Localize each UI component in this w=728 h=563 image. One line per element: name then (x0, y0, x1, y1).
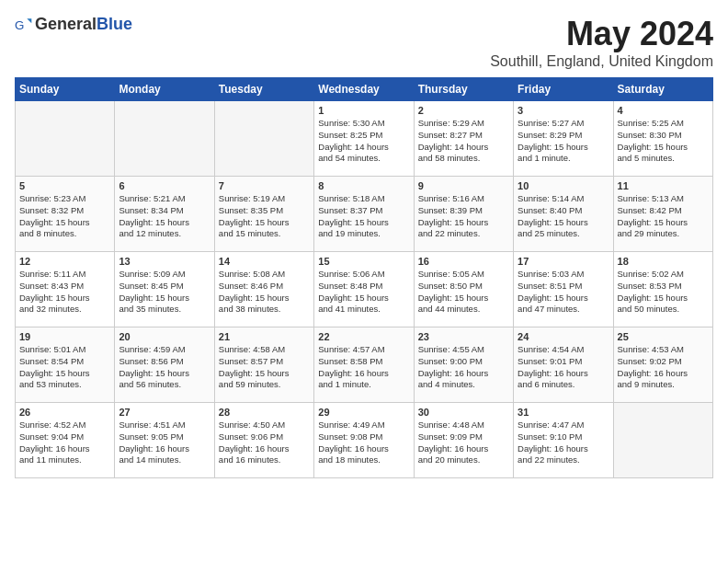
day-info: Sunrise: 4:53 AM Sunset: 9:02 PM Dayligh… (618, 344, 709, 391)
logo-icon: G (15, 16, 33, 34)
calendar-cell: 16Sunrise: 5:05 AM Sunset: 8:50 PM Dayli… (414, 252, 513, 327)
calendar-cell: 5Sunrise: 5:23 AM Sunset: 8:32 PM Daylig… (16, 177, 115, 252)
calendar-cell (115, 101, 214, 177)
day-number: 1 (318, 105, 409, 116)
header-wednesday: Wednesday (314, 78, 414, 101)
day-number: 27 (119, 407, 210, 418)
calendar-cell: 28Sunrise: 4:50 AM Sunset: 9:06 PM Dayli… (214, 403, 313, 478)
day-number: 8 (318, 180, 409, 191)
day-info: Sunrise: 5:25 AM Sunset: 8:30 PM Dayligh… (618, 118, 709, 165)
calendar-cell: 3Sunrise: 5:27 AM Sunset: 8:29 PM Daylig… (514, 101, 613, 177)
day-number: 19 (19, 331, 110, 342)
day-info: Sunrise: 5:02 AM Sunset: 8:53 PM Dayligh… (618, 269, 709, 316)
day-info: Sunrise: 5:23 AM Sunset: 8:32 PM Dayligh… (19, 193, 110, 240)
calendar-cell: 2Sunrise: 5:29 AM Sunset: 8:27 PM Daylig… (414, 101, 513, 177)
day-number: 25 (618, 331, 709, 342)
day-info: Sunrise: 4:52 AM Sunset: 9:04 PM Dayligh… (19, 419, 110, 466)
week-row-3: 12Sunrise: 5:11 AM Sunset: 8:43 PM Dayli… (16, 252, 713, 327)
calendar-cell: 6Sunrise: 5:21 AM Sunset: 8:34 PM Daylig… (115, 177, 214, 252)
calendar-cell: 31Sunrise: 4:47 AM Sunset: 9:10 PM Dayli… (514, 403, 613, 478)
calendar-cell: 7Sunrise: 5:19 AM Sunset: 8:35 PM Daylig… (214, 177, 313, 252)
header-monday: Monday (115, 78, 214, 101)
day-number: 7 (219, 180, 310, 191)
day-info: Sunrise: 5:06 AM Sunset: 8:48 PM Dayligh… (318, 269, 409, 316)
week-row-5: 26Sunrise: 4:52 AM Sunset: 9:04 PM Dayli… (16, 403, 713, 478)
calendar-cell: 20Sunrise: 4:59 AM Sunset: 8:56 PM Dayli… (115, 327, 214, 403)
calendar-cell: 15Sunrise: 5:06 AM Sunset: 8:48 PM Dayli… (314, 252, 414, 327)
svg-text:G: G (15, 18, 24, 32)
day-info: Sunrise: 4:47 AM Sunset: 9:10 PM Dayligh… (518, 419, 609, 466)
calendar-cell: 4Sunrise: 5:25 AM Sunset: 8:30 PM Daylig… (613, 101, 712, 177)
week-row-1: 1Sunrise: 5:30 AM Sunset: 8:25 PM Daylig… (16, 101, 713, 177)
header-thursday: Thursday (414, 78, 513, 101)
calendar-table: SundayMondayTuesdayWednesdayThursdayFrid… (15, 77, 713, 478)
calendar-title: May 2024 (490, 15, 713, 53)
day-number: 12 (19, 256, 110, 267)
calendar-cell: 23Sunrise: 4:55 AM Sunset: 9:00 PM Dayli… (414, 327, 513, 403)
day-info: Sunrise: 5:16 AM Sunset: 8:39 PM Dayligh… (418, 193, 509, 240)
day-number: 16 (418, 256, 509, 267)
calendar-cell (214, 101, 313, 177)
day-number: 29 (318, 407, 409, 418)
day-info: Sunrise: 5:03 AM Sunset: 8:51 PM Dayligh… (518, 269, 609, 316)
svg-marker-1 (27, 18, 31, 23)
day-info: Sunrise: 4:51 AM Sunset: 9:05 PM Dayligh… (119, 419, 210, 466)
logo: G GeneralBlue (15, 15, 132, 34)
calendar-cell: 10Sunrise: 5:14 AM Sunset: 8:40 PM Dayli… (514, 177, 613, 252)
day-number: 3 (518, 105, 609, 116)
day-info: Sunrise: 5:01 AM Sunset: 8:54 PM Dayligh… (19, 344, 110, 391)
calendar-cell: 8Sunrise: 5:18 AM Sunset: 8:37 PM Daylig… (314, 177, 414, 252)
header-saturday: Saturday (613, 78, 712, 101)
calendar-cell: 25Sunrise: 4:53 AM Sunset: 9:02 PM Dayli… (613, 327, 712, 403)
day-info: Sunrise: 5:05 AM Sunset: 8:50 PM Dayligh… (418, 269, 509, 316)
day-number: 24 (518, 331, 609, 342)
calendar-cell: 26Sunrise: 4:52 AM Sunset: 9:04 PM Dayli… (16, 403, 115, 478)
day-info: Sunrise: 5:18 AM Sunset: 8:37 PM Dayligh… (318, 193, 409, 240)
logo-general: General (35, 15, 97, 33)
day-number: 13 (119, 256, 210, 267)
calendar-cell: 17Sunrise: 5:03 AM Sunset: 8:51 PM Dayli… (514, 252, 613, 327)
calendar-cell: 14Sunrise: 5:08 AM Sunset: 8:46 PM Dayli… (214, 252, 313, 327)
week-row-4: 19Sunrise: 5:01 AM Sunset: 8:54 PM Dayli… (16, 327, 713, 403)
calendar-cell: 24Sunrise: 4:54 AM Sunset: 9:01 PM Dayli… (514, 327, 613, 403)
day-number: 11 (618, 180, 709, 191)
day-number: 15 (318, 256, 409, 267)
day-number: 22 (318, 331, 409, 342)
calendar-cell: 9Sunrise: 5:16 AM Sunset: 8:39 PM Daylig… (414, 177, 513, 252)
day-number: 30 (418, 407, 509, 418)
header-tuesday: Tuesday (214, 78, 313, 101)
day-number: 28 (219, 407, 310, 418)
day-info: Sunrise: 4:54 AM Sunset: 9:01 PM Dayligh… (518, 344, 609, 391)
day-info: Sunrise: 5:19 AM Sunset: 8:35 PM Dayligh… (219, 193, 310, 240)
calendar-cell (16, 101, 115, 177)
day-info: Sunrise: 5:14 AM Sunset: 8:40 PM Dayligh… (518, 193, 609, 240)
day-number: 9 (418, 180, 509, 191)
day-info: Sunrise: 4:49 AM Sunset: 9:08 PM Dayligh… (318, 419, 409, 466)
day-info: Sunrise: 5:21 AM Sunset: 8:34 PM Dayligh… (119, 193, 210, 240)
day-info: Sunrise: 4:59 AM Sunset: 8:56 PM Dayligh… (119, 344, 210, 391)
day-info: Sunrise: 5:27 AM Sunset: 8:29 PM Dayligh… (518, 118, 609, 165)
calendar-cell: 13Sunrise: 5:09 AM Sunset: 8:45 PM Dayli… (115, 252, 214, 327)
day-info: Sunrise: 5:30 AM Sunset: 8:25 PM Dayligh… (318, 118, 409, 165)
day-info: Sunrise: 4:48 AM Sunset: 9:09 PM Dayligh… (418, 419, 509, 466)
day-info: Sunrise: 5:11 AM Sunset: 8:43 PM Dayligh… (19, 269, 110, 316)
logo-blue: Blue (97, 15, 132, 33)
day-number: 5 (19, 180, 110, 191)
header-sunday: Sunday (16, 78, 115, 101)
day-number: 18 (618, 256, 709, 267)
day-info: Sunrise: 5:13 AM Sunset: 8:42 PM Dayligh… (618, 193, 709, 240)
day-number: 20 (119, 331, 210, 342)
day-info: Sunrise: 5:09 AM Sunset: 8:45 PM Dayligh… (119, 269, 210, 316)
calendar-cell: 27Sunrise: 4:51 AM Sunset: 9:05 PM Dayli… (115, 403, 214, 478)
day-info: Sunrise: 4:57 AM Sunset: 8:58 PM Dayligh… (318, 344, 409, 391)
day-number: 14 (219, 256, 310, 267)
day-number: 2 (418, 105, 509, 116)
day-number: 21 (219, 331, 310, 342)
calendar-cell: 30Sunrise: 4:48 AM Sunset: 9:09 PM Dayli… (414, 403, 513, 478)
calendar-cell: 18Sunrise: 5:02 AM Sunset: 8:53 PM Dayli… (613, 252, 712, 327)
calendar-cell: 22Sunrise: 4:57 AM Sunset: 8:58 PM Dayli… (314, 327, 414, 403)
day-info: Sunrise: 5:29 AM Sunset: 8:27 PM Dayligh… (418, 118, 509, 165)
calendar-cell: 11Sunrise: 5:13 AM Sunset: 8:42 PM Dayli… (613, 177, 712, 252)
calendar-cell: 21Sunrise: 4:58 AM Sunset: 8:57 PM Dayli… (214, 327, 313, 403)
calendar-cell: 1Sunrise: 5:30 AM Sunset: 8:25 PM Daylig… (314, 101, 414, 177)
